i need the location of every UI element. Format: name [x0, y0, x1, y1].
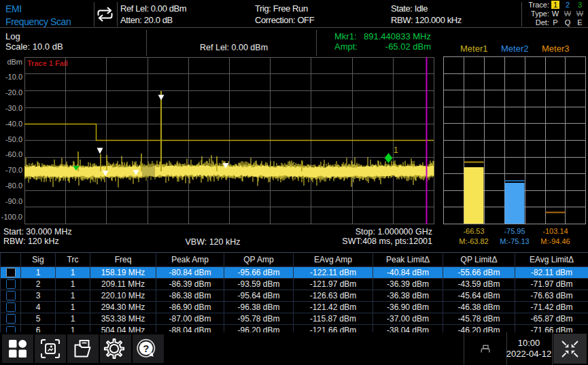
svg-text:1: 1 — [394, 145, 398, 155]
svg-text:?: ? — [143, 343, 149, 354]
